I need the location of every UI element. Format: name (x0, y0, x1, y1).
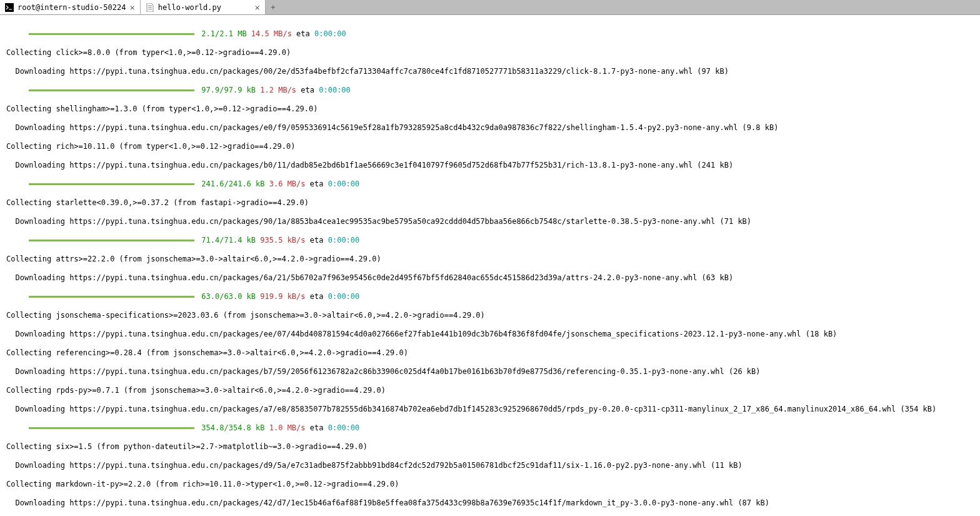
output-line: Downloading https://pypi.tuna.tsinghua.e… (6, 67, 974, 76)
progress-bar (29, 183, 194, 185)
output-line: Downloading https://pypi.tuna.tsinghua.e… (6, 367, 974, 377)
output-line: Collecting shellingham>=1.3.0 (from type… (6, 104, 974, 114)
output-line: Collecting rpds-py>=0.7.1 (from jsonsche… (6, 386, 974, 395)
output-line: Downloading https://pypi.tuna.tsinghua.e… (6, 498, 974, 508)
tab-bar: root@intern-studio-50224 × hello-world.p… (0, 0, 980, 15)
file-icon (146, 3, 154, 12)
tab-terminal[interactable]: root@intern-studio-50224 × (0, 0, 141, 14)
progress-bar (29, 89, 194, 91)
output-line: Downloading https://pypi.tuna.tsinghua.e… (6, 405, 974, 414)
progress-bar (29, 427, 194, 429)
close-icon[interactable]: × (254, 3, 259, 12)
progress-bar (29, 296, 194, 298)
output-line: Downloading https://pypi.tuna.tsinghua.e… (6, 217, 974, 226)
add-tab-button[interactable]: + (266, 0, 281, 14)
output-line: Collecting referencing>=0.28.4 (from jso… (6, 348, 974, 358)
output-line: Downloading https://pypi.tuna.tsinghua.e… (6, 330, 974, 339)
output-line: Collecting click>=8.0.0 (from typer<1.0,… (6, 48, 974, 58)
output-line: Collecting six>=1.5 (from python-dateuti… (6, 442, 974, 452)
tab-label: root@intern-studio-50224 (18, 3, 126, 12)
output-line: Collecting attrs>=22.2.0 (from jsonschem… (6, 255, 974, 264)
terminal-output[interactable]: 2.1/2.1 MB 14.5 MB/s eta 0:00:00 Collect… (0, 15, 980, 516)
terminal-icon (5, 3, 14, 12)
output-line: Collecting starlette<0.39.0,>=0.37.2 (fr… (6, 198, 974, 208)
output-line: Downloading https://pypi.tuna.tsinghua.e… (6, 123, 974, 133)
progress-bar (29, 240, 194, 241)
output-line: Collecting markdown-it-py>=2.2.0 (from r… (6, 480, 974, 489)
close-icon[interactable]: × (129, 3, 134, 12)
progress-bar (29, 33, 194, 35)
output-line: Downloading https://pypi.tuna.tsinghua.e… (6, 273, 974, 283)
output-line: Downloading https://pypi.tuna.tsinghua.e… (6, 161, 974, 170)
output-line: Collecting jsonschema-specifications>=20… (6, 311, 974, 320)
tab-label: hello-world.py (158, 3, 221, 12)
output-line: Collecting rich>=10.11.0 (from typer<1.0… (6, 142, 974, 151)
svg-rect-0 (5, 3, 14, 12)
output-line: Downloading https://pypi.tuna.tsinghua.e… (6, 461, 974, 470)
tab-file[interactable]: hello-world.py × (141, 0, 266, 14)
